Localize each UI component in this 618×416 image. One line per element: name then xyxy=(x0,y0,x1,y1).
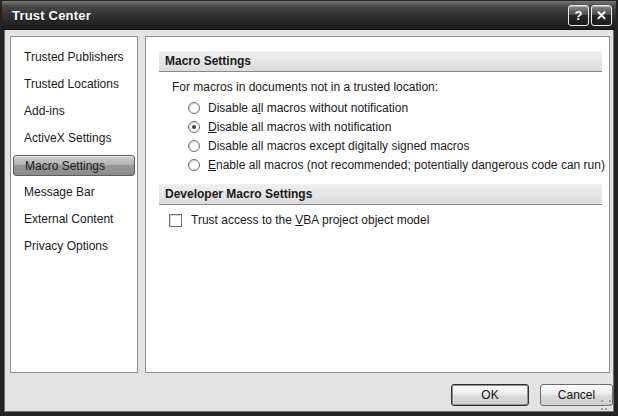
sidebar-item-activex-settings[interactable]: ActiveX Settings xyxy=(11,125,137,152)
radio-option-disable-no-notification[interactable]: Disable all macros without notification xyxy=(188,98,605,117)
sidebar-item-external-content[interactable]: External Content xyxy=(11,206,137,233)
sidebar-item-macro-settings[interactable]: Macro Settings xyxy=(13,155,135,176)
macro-settings-panel: Macro Settings For macros in documents n… xyxy=(145,36,610,373)
help-icon[interactable]: ? xyxy=(568,5,589,26)
window-title: Trust Center xyxy=(2,8,91,23)
radio-icon-selected[interactable] xyxy=(188,121,200,133)
radio-option-disable-with-notification[interactable]: Disable all macros with notification xyxy=(188,117,605,136)
sidebar-item-message-bar[interactable]: Message Bar xyxy=(11,179,137,206)
sidebar-item-trusted-locations[interactable]: Trusted Locations xyxy=(11,71,137,98)
sidebar-item-add-ins[interactable]: Add-ins xyxy=(11,98,137,125)
radio-option-enable-all[interactable]: Enable all macros (not recommended; pote… xyxy=(188,155,605,174)
sidebar: Trusted Publishers Trusted Locations Add… xyxy=(10,36,138,373)
title-buttons: ? ✕ xyxy=(568,5,612,26)
radio-icon[interactable] xyxy=(188,140,200,152)
developer-macro-settings-header: Developer Macro Settings xyxy=(159,184,602,205)
radio-icon[interactable] xyxy=(188,102,200,114)
checkbox-icon[interactable] xyxy=(169,214,182,227)
radio-icon[interactable] xyxy=(188,159,200,171)
radio-option-label[interactable]: Disable all macros with notification xyxy=(208,120,391,134)
trust-vba-access-checkbox-row[interactable]: Trust access to the VBA project object m… xyxy=(169,213,429,227)
radio-option-disable-except-signed[interactable]: Disable all macros except digitally sign… xyxy=(188,136,605,155)
title-bar[interactable]: Trust Center ? ✕ xyxy=(2,1,616,30)
radio-option-label[interactable]: Disable all macros except digitally sign… xyxy=(208,139,469,153)
sidebar-item-trusted-publishers[interactable]: Trusted Publishers xyxy=(11,44,137,71)
macro-settings-intro: For macros in documents not in a trusted… xyxy=(172,80,438,94)
trust-center-dialog: Trust Center ? ✕ Trusted Publishers Trus… xyxy=(0,0,618,416)
radio-option-label[interactable]: Enable all macros (not recommended; pote… xyxy=(208,158,605,172)
macro-settings-header: Macro Settings xyxy=(159,51,602,72)
resize-grip[interactable] xyxy=(601,400,611,410)
sidebar-item-privacy-options[interactable]: Privacy Options xyxy=(11,233,137,260)
radio-option-label[interactable]: Disable all macros without notification xyxy=(208,101,408,115)
trust-vba-access-label[interactable]: Trust access to the VBA project object m… xyxy=(191,213,429,227)
macro-options-group: Disable all macros without notification … xyxy=(188,98,605,174)
close-icon[interactable]: ✕ xyxy=(591,5,612,26)
ok-button[interactable]: OK xyxy=(451,384,529,406)
